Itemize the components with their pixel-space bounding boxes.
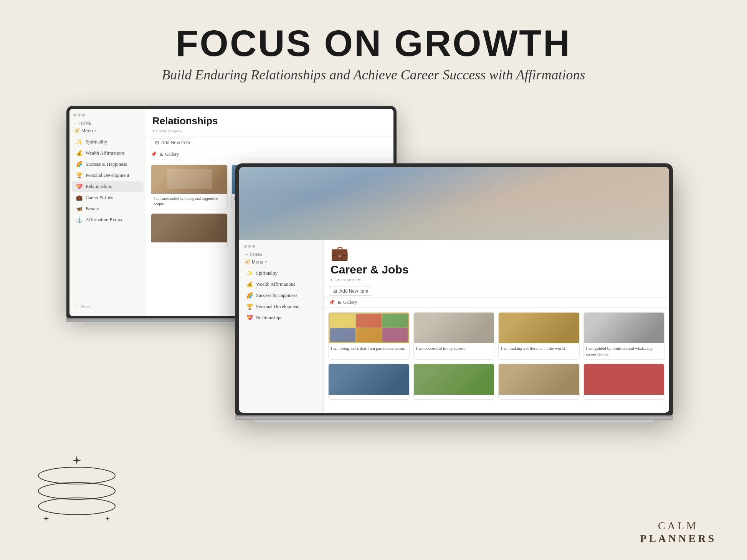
career-gallery-grid: I am doing work that I am passionate abo… xyxy=(324,308,669,405)
sidebar-item-wealth-back[interactable]: 💰 Wealth Affirmations xyxy=(72,148,144,158)
career-card-img-8 xyxy=(584,364,664,395)
svg-point-1 xyxy=(38,483,115,499)
pin-icon-back: 📌 xyxy=(151,152,157,157)
brand-calm: CALM xyxy=(640,519,716,532)
career-card-img-2 xyxy=(414,313,494,343)
career-card-3[interactable]: I am making a difference in the world. xyxy=(498,312,580,360)
sidebar-item-relationships-front[interactable]: 💝 Relationships xyxy=(242,313,320,323)
sidebar-item-career-back[interactable]: 💼 Career & Jobs xyxy=(72,193,144,203)
sidebar-item-relationships-back[interactable]: 💝 Relationships xyxy=(72,181,144,192)
sidebar-menu-back[interactable]: 🧭 Menu ▾ xyxy=(72,127,144,135)
career-property: ▾ 1 more property xyxy=(331,277,662,282)
laptop-front: ··· HOME 🧭 Menu ▾ ✨ Spirituality xyxy=(235,163,673,455)
sidebar-item-success-back[interactable]: 🌈 Success & Happiness xyxy=(72,159,144,170)
back-sidebar: ··· HOME 🧭 Menu ▾ ✨ Spiritua xyxy=(69,109,146,316)
add-new-button-back[interactable]: ⊞ Add New Item xyxy=(151,138,194,147)
card-text-4-back xyxy=(151,242,227,247)
career-hero-banner xyxy=(239,167,669,240)
front-screen-notion: ··· HOME 🧭 Menu ▾ ✨ Spirituality xyxy=(239,240,669,413)
gallery-card-4-back[interactable] xyxy=(151,213,228,247)
sidebar-item-beauty-back[interactable]: 🦋 Beauty xyxy=(72,204,144,214)
career-card-text-3: I am making a difference in the world. xyxy=(499,343,579,354)
sidebar-item-spirituality-back[interactable]: ✨ Spirituality xyxy=(72,137,144,147)
career-card-text-5 xyxy=(329,395,409,399)
sidebar-item-personal-back[interactable]: 🏆 Personal Development xyxy=(72,170,144,181)
career-card-5[interactable] xyxy=(328,364,410,400)
gallery-card-1-back[interactable]: I am surrounded by loving and supportive… xyxy=(151,165,228,209)
gallery-tab-front[interactable]: ⊞ Gallery xyxy=(338,300,357,305)
main-title: FOCUS ON GROWTH xyxy=(162,23,585,64)
career-card-img-4 xyxy=(584,313,664,343)
card-text-1-back: I am surrounded by loving and supportive… xyxy=(151,194,227,209)
relationships-header: Relationships ▾ 1 more property xyxy=(146,109,393,136)
sidebar-new-back[interactable]: + New xyxy=(72,301,144,311)
career-gallery-tabs: 📌 ⊞ Gallery xyxy=(324,298,669,308)
career-title: Career & Jobs xyxy=(331,263,662,276)
career-card-2[interactable]: I am successful in my career. xyxy=(413,312,495,360)
sidebar-home-back: ··· HOME xyxy=(72,120,144,126)
career-card-text-4: I am guided by intuition and wisd... my … xyxy=(584,343,664,360)
career-card-8[interactable] xyxy=(583,364,665,400)
career-card-img-6 xyxy=(414,364,494,395)
career-card-6[interactable] xyxy=(413,364,495,400)
career-header: 💼 Career & Jobs ▾ 1 more property xyxy=(324,240,669,285)
sidebar-item-success-front[interactable]: 🌈 Success & Happiness xyxy=(242,290,320,301)
career-card-1[interactable]: I am doing work that I am passionate abo… xyxy=(328,312,410,360)
sidebar-menu-front[interactable]: 🧭 Menu ▾ xyxy=(242,258,320,266)
brand-planners: PLANNERS xyxy=(640,532,716,545)
career-page-icon: 💼 xyxy=(331,245,662,262)
career-card-text-6 xyxy=(414,395,494,399)
header: FOCUS ON GROWTH Build Enduring Relations… xyxy=(162,23,585,83)
card-image-4-back xyxy=(151,214,227,242)
sidebar-item-wealth-front[interactable]: 💰 Wealth Affirmations xyxy=(242,279,320,290)
page-container: FOCUS ON GROWTH Build Enduring Relations… xyxy=(0,0,747,560)
career-card-7[interactable] xyxy=(498,364,580,400)
add-new-button-front[interactable]: ⊞ Add New Item xyxy=(329,287,372,296)
career-card-text-7 xyxy=(499,395,579,399)
career-card-img-7 xyxy=(499,364,579,395)
career-toolbar: ⊞ Add New Item xyxy=(324,285,669,298)
sidebar-item-personal-front[interactable]: 🏆 Personal Development xyxy=(242,301,320,312)
career-card-img-3 xyxy=(499,313,579,343)
career-card-img-1 xyxy=(329,313,409,343)
subtitle: Build Enduring Relationships and Achieve… xyxy=(162,67,585,83)
card-image-1-back xyxy=(151,165,227,194)
career-card-text-1: I am doing work that I am passionate abo… xyxy=(329,343,409,354)
sidebar-item-extras-back[interactable]: ⚓ Affirmation Extras xyxy=(72,215,144,225)
svg-point-0 xyxy=(38,467,115,484)
gallery-tab-back[interactable]: ⊞ Gallery xyxy=(160,152,179,157)
relationships-toolbar: ⊞ Add New Item xyxy=(146,136,393,149)
decorative-rings xyxy=(31,453,123,529)
career-card-img-5 xyxy=(329,364,409,395)
sidebar-home-front: ··· HOME xyxy=(242,252,320,257)
sidebar-item-spirituality-front[interactable]: ✨ Spirituality xyxy=(242,268,320,278)
front-main: 💼 Career & Jobs ▾ 1 more property xyxy=(324,240,669,413)
front-sidebar: ··· HOME 🧭 Menu ▾ ✨ Spirituality xyxy=(239,240,324,413)
career-card-text-2: I am successful in my career. xyxy=(414,343,494,354)
relationships-title: Relationships xyxy=(152,115,387,127)
screenshots-area: ··· HOME 🧭 Menu ▾ ✨ Spiritua xyxy=(66,106,681,451)
brand-watermark: CALM PLANNERS xyxy=(640,519,716,545)
relationships-property: ▾ 1 more property xyxy=(152,128,387,133)
svg-point-2 xyxy=(38,498,115,515)
back-gallery-tabs: 📌 ⊞ Gallery xyxy=(146,149,393,160)
career-card-4[interactable]: I am guided by intuition and wisd... my … xyxy=(583,312,665,360)
career-card-text-8 xyxy=(584,395,664,399)
pin-icon-front: 📌 xyxy=(329,300,335,305)
